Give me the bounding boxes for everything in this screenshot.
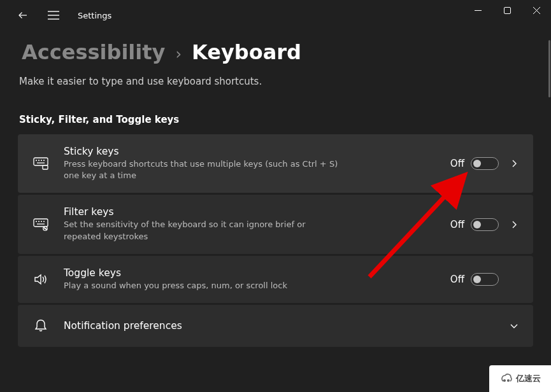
settings-rows: Sticky keys Press keyboard shortcuts tha… xyxy=(0,134,551,347)
breadcrumb: Accessibility › Keyboard xyxy=(0,31,551,64)
window-controls xyxy=(463,0,551,20)
page-description: Make it easier to type and use keyboard … xyxy=(0,64,551,87)
sound-icon xyxy=(31,273,51,286)
svg-rect-8 xyxy=(34,158,48,165)
bell-icon xyxy=(31,319,51,333)
toggle-state-label: Off xyxy=(450,274,464,285)
scrollbar[interactable] xyxy=(548,40,550,97)
row-desc: Press keyboard shortcuts that use multip… xyxy=(64,158,344,181)
row-desc: Set the sensitivity of the keyboard so i… xyxy=(64,219,344,242)
app-title: Settings xyxy=(78,11,111,20)
filter-keys-toggle[interactable] xyxy=(471,218,499,231)
row-toggle-keys[interactable]: Toggle keys Play a sound when you press … xyxy=(18,256,533,303)
row-title: Filter keys xyxy=(64,206,438,218)
expand-chevron-icon[interactable] xyxy=(508,157,520,170)
row-title: Notification preferences xyxy=(64,320,495,332)
hamburger-menu-button[interactable] xyxy=(41,3,66,28)
toggle-state-label: Off xyxy=(450,219,464,230)
toggle-state-label: Off xyxy=(450,158,464,169)
row-filter-keys[interactable]: Filter keys Set the sensitivity of the k… xyxy=(18,195,533,253)
svg-rect-5 xyxy=(504,7,510,13)
row-title: Toggle keys xyxy=(64,267,438,279)
row-notification-preferences[interactable]: Notification preferences xyxy=(18,305,533,347)
close-button[interactable] xyxy=(522,0,551,20)
keyboard-filter-icon xyxy=(31,218,51,231)
row-title: Sticky keys xyxy=(64,146,438,157)
breadcrumb-current: Keyboard xyxy=(192,40,301,64)
back-button[interactable] xyxy=(10,3,36,28)
toggle-keys-toggle[interactable] xyxy=(471,273,499,286)
watermark-text: 亿速云 xyxy=(516,373,541,384)
watermark: 亿速云 xyxy=(489,365,551,392)
breadcrumb-parent[interactable]: Accessibility xyxy=(22,40,165,64)
expand-chevron-icon[interactable] xyxy=(508,218,520,231)
sticky-keys-toggle[interactable] xyxy=(471,157,499,170)
svg-rect-14 xyxy=(43,165,48,169)
chevron-right-icon: › xyxy=(175,45,182,63)
row-desc: Play a sound when you press caps, num, o… xyxy=(64,280,344,291)
section-title: Sticky, Filter, and Toggle keys xyxy=(0,87,551,134)
row-sticky-keys[interactable]: Sticky keys Press keyboard shortcuts tha… xyxy=(18,134,533,193)
svg-point-28 xyxy=(508,380,510,382)
svg-rect-15 xyxy=(34,219,48,227)
svg-point-27 xyxy=(504,380,506,382)
expand-chevron-down-icon[interactable] xyxy=(508,319,520,332)
maximize-button[interactable] xyxy=(492,0,522,20)
minimize-button[interactable] xyxy=(463,0,492,20)
keyboard-sticky-icon xyxy=(31,157,51,170)
